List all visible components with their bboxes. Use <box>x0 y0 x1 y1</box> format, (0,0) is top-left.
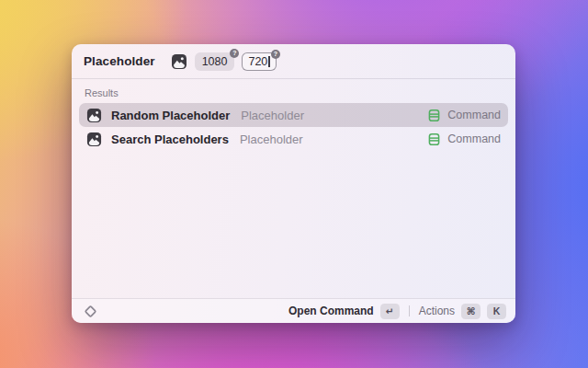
list-item-subtitle: Placeholder <box>241 109 304 122</box>
footer-actions: Open Command ↵ Actions ⌘ K <box>288 304 506 319</box>
width-field-info-badge[interactable]: ? <box>230 49 239 58</box>
action-bar: Open Command ↵ Actions ⌘ K <box>72 298 515 323</box>
list-item-title: Search Placeholders <box>111 132 229 146</box>
list-item-search-placeholders[interactable]: Search Placeholders Placeholder Command <box>79 127 508 151</box>
list-item-title: Random Placeholder <box>111 109 230 122</box>
command-icon <box>427 132 441 146</box>
results-list: Results Random Placeholder Placeholder <box>72 79 515 298</box>
list-item-accessory: Command <box>427 132 501 146</box>
height-field-value: 720 <box>248 55 267 68</box>
primary-action-button[interactable]: Open Command <box>288 305 374 317</box>
height-field-info-badge[interactable]: ? <box>271 50 280 59</box>
width-field[interactable]: 1080 ? <box>195 52 235 71</box>
placeholder-image-icon <box>171 53 187 70</box>
text-caret <box>268 56 270 67</box>
k-keycap: K <box>487 304 506 319</box>
cmd-keycap: ⌘ <box>461 304 481 319</box>
list-item-subtitle: Placeholder <box>240 132 303 146</box>
raycast-logo-icon <box>84 305 97 318</box>
nav-title: Placeholder <box>84 54 155 68</box>
list-item-random-placeholder[interactable]: Random Placeholder Placeholder Command <box>79 103 508 127</box>
accessory-label: Command <box>447 109 501 121</box>
placeholder-image-icon <box>86 108 102 123</box>
launcher-window: Placeholder 1080 ? 720 ? Results <box>72 44 515 323</box>
command-icon <box>427 109 441 122</box>
footer-separator <box>409 305 410 316</box>
placeholder-image-icon <box>86 132 102 147</box>
accessory-label: Command <box>447 132 501 145</box>
list-item-accessory: Command <box>427 109 501 122</box>
height-field[interactable]: 720 ? <box>242 52 276 71</box>
return-keycap: ↵ <box>380 304 400 319</box>
actions-menu-button[interactable]: Actions <box>419 305 455 317</box>
desktop-background: Placeholder 1080 ? 720 ? Results <box>0 0 588 368</box>
width-field-value: 1080 <box>202 55 228 68</box>
search-header: Placeholder 1080 ? 720 ? <box>72 44 515 79</box>
section-label: Results <box>85 87 503 98</box>
